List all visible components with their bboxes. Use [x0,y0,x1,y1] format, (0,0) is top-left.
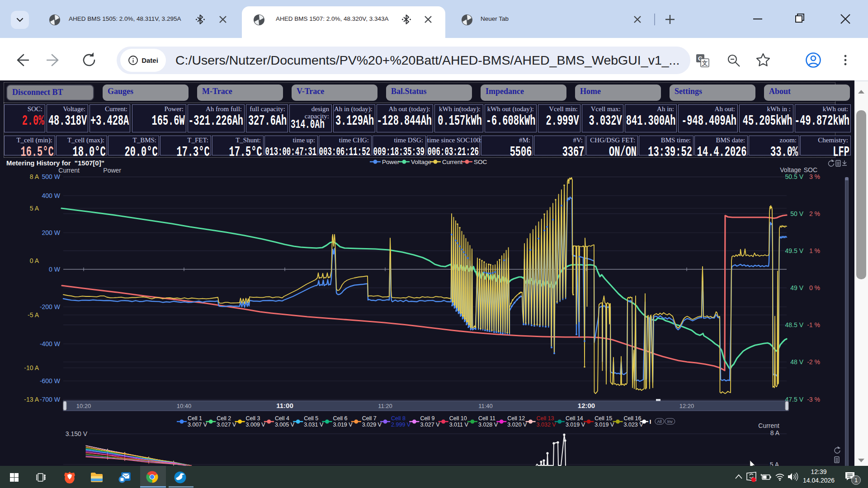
svg-text:0 %: 0 % [809,284,820,291]
svg-text:50 V: 50 V [790,210,803,217]
svg-text:-1 %: -1 % [807,321,820,328]
svg-text:-700 W: -700 W [40,396,61,403]
svg-text:文: 文 [702,60,708,66]
svg-text:Current: Current [442,159,462,165]
svg-text:48 V: 48 V [790,358,803,366]
svg-text:10:40: 10:40 [177,403,192,409]
svg-text:50.5 V: 50.5 V [785,173,804,180]
svg-text:11:20: 11:20 [378,403,392,409]
svg-text:10:20: 10:20 [76,403,91,409]
svg-text:2 %: 2 % [809,210,820,217]
svg-text:-13 A: -13 A [24,396,39,403]
svg-text:12:20: 12:20 [679,403,694,409]
svg-text:-2 %: -2 % [807,358,820,366]
svg-text:5 A: 5 A [770,461,779,466]
svg-text:3.150 V: 3.150 V [66,430,88,437]
svg-text:Voltage: Voltage [411,159,431,165]
svg-text:12:00: 12:00 [578,402,595,409]
svg-text:-600 W: -600 W [40,377,61,385]
svg-text:-5 A: -5 A [28,311,39,319]
svg-text:-200 W: -200 W [40,303,61,310]
svg-text:1 %: 1 % [809,247,820,254]
svg-text:-3 %: -3 % [807,396,820,403]
svg-text:48.5 V: 48.5 V [785,321,804,328]
svg-text:5 A: 5 A [30,205,39,212]
svg-text:-10 A: -10 A [24,364,39,371]
svg-text:11:40: 11:40 [478,403,493,409]
svg-text:49.5 V: 49.5 V [785,247,804,254]
svg-text:SOC: SOC [804,166,817,174]
svg-text:8 A: 8 A [30,173,39,180]
svg-text:-400 W: -400 W [40,340,61,347]
svg-text:Current: Current [58,167,80,174]
svg-text:Current: Current [758,422,779,429]
svg-text:Metering History for "1507[0]: Metering History for "1507[0]" [6,159,104,167]
svg-text:400 W: 400 W [42,192,61,199]
svg-text:Voltage: Voltage [780,166,801,174]
svg-text:0 A: 0 A [30,257,39,264]
svg-text:Power: Power [382,159,400,165]
svg-text:SOC: SOC [474,159,487,165]
svg-text:500 W: 500 W [42,173,61,180]
svg-text:200 W: 200 W [42,229,61,236]
svg-text:49 V: 49 V [790,284,803,291]
svg-text:11:00: 11:00 [276,402,293,409]
svg-text:Power: Power [103,167,121,174]
svg-text:3 %: 3 % [809,173,820,180]
svg-text:8 A: 8 A [770,429,780,436]
svg-text:0 W: 0 W [49,266,61,273]
